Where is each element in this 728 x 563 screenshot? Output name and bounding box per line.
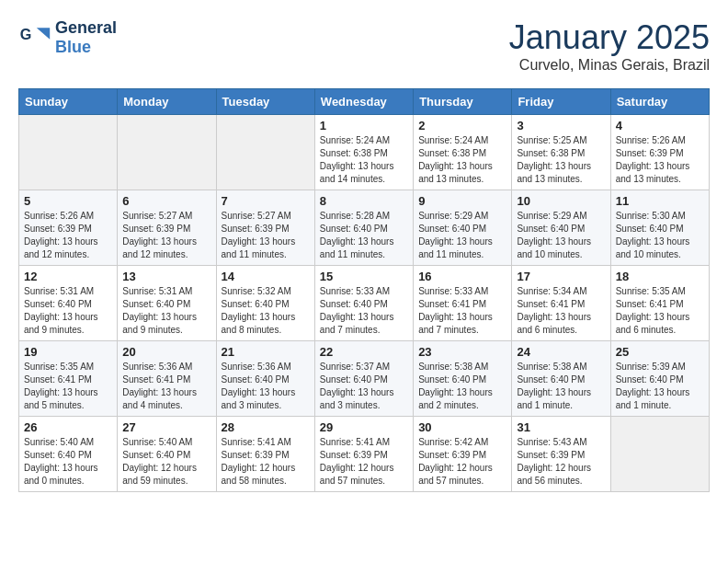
calendar-cell: 26Sunrise: 5:40 AM Sunset: 6:40 PM Dayli…: [19, 417, 118, 492]
day-number: 27: [122, 420, 210, 434]
day-number: 24: [517, 345, 605, 359]
calendar-cell: 8Sunrise: 5:28 AM Sunset: 6:40 PM Daylig…: [314, 190, 413, 266]
calendar-week-row: 26Sunrise: 5:40 AM Sunset: 6:40 PM Dayli…: [19, 417, 710, 492]
day-info: Sunrise: 5:28 AM Sunset: 6:40 PM Dayligh…: [320, 210, 408, 261]
page-header: G General Blue January 2025 Curvelo, Min…: [18, 18, 710, 74]
calendar-body: 1Sunrise: 5:24 AM Sunset: 6:38 PM Daylig…: [19, 115, 710, 492]
day-info: Sunrise: 5:29 AM Sunset: 6:40 PM Dayligh…: [517, 210, 605, 261]
day-number: 23: [418, 345, 506, 359]
calendar-cell: 5Sunrise: 5:26 AM Sunset: 6:39 PM Daylig…: [19, 190, 118, 266]
day-info: Sunrise: 5:42 AM Sunset: 6:39 PM Dayligh…: [418, 436, 506, 488]
day-number: 5: [24, 194, 112, 208]
weekday-header-wednesday: Wednesday: [314, 89, 413, 115]
calendar-week-row: 1Sunrise: 5:24 AM Sunset: 6:38 PM Daylig…: [19, 115, 710, 190]
day-number: 21: [222, 345, 310, 359]
day-info: Sunrise: 5:39 AM Sunset: 6:40 PM Dayligh…: [616, 361, 704, 412]
day-info: Sunrise: 5:36 AM Sunset: 6:41 PM Dayligh…: [122, 361, 210, 412]
calendar-cell: [216, 115, 314, 190]
logo-line2: Blue: [55, 38, 117, 57]
day-number: 20: [122, 345, 210, 359]
calendar-cell: 29Sunrise: 5:41 AM Sunset: 6:39 PM Dayli…: [314, 417, 413, 492]
day-number: 30: [418, 420, 506, 434]
calendar-cell: 11Sunrise: 5:30 AM Sunset: 6:40 PM Dayli…: [610, 190, 709, 266]
calendar-cell: 17Sunrise: 5:34 AM Sunset: 6:41 PM Dayli…: [512, 266, 610, 341]
day-number: 15: [320, 270, 408, 283]
day-number: 29: [320, 420, 408, 434]
calendar-cell: 25Sunrise: 5:39 AM Sunset: 6:40 PM Dayli…: [610, 341, 709, 417]
day-info: Sunrise: 5:35 AM Sunset: 6:41 PM Dayligh…: [616, 285, 704, 337]
day-number: 26: [24, 420, 112, 434]
calendar-week-row: 12Sunrise: 5:31 AM Sunset: 6:40 PM Dayli…: [19, 266, 710, 341]
day-info: Sunrise: 5:29 AM Sunset: 6:40 PM Dayligh…: [418, 210, 506, 261]
day-info: Sunrise: 5:30 AM Sunset: 6:40 PM Dayligh…: [616, 210, 704, 261]
title-block: January 2025 Curvelo, Minas Gerais, Braz…: [509, 18, 710, 74]
day-info: Sunrise: 5:35 AM Sunset: 6:41 PM Dayligh…: [24, 361, 112, 412]
day-number: 25: [616, 345, 704, 359]
calendar-cell: 4Sunrise: 5:26 AM Sunset: 6:39 PM Daylig…: [610, 115, 709, 190]
calendar-cell: 16Sunrise: 5:33 AM Sunset: 6:41 PM Dayli…: [414, 266, 512, 341]
calendar-cell: 21Sunrise: 5:36 AM Sunset: 6:40 PM Dayli…: [216, 341, 314, 417]
day-info: Sunrise: 5:40 AM Sunset: 6:40 PM Dayligh…: [122, 436, 210, 488]
calendar-cell: 3Sunrise: 5:25 AM Sunset: 6:38 PM Daylig…: [512, 115, 610, 190]
day-info: Sunrise: 5:36 AM Sunset: 6:40 PM Dayligh…: [222, 361, 310, 412]
weekday-header-tuesday: Tuesday: [216, 89, 314, 115]
calendar-cell: 24Sunrise: 5:38 AM Sunset: 6:40 PM Dayli…: [512, 341, 610, 417]
calendar-cell: 6Sunrise: 5:27 AM Sunset: 6:39 PM Daylig…: [118, 190, 216, 266]
calendar-cell: [610, 417, 709, 492]
day-info: Sunrise: 5:33 AM Sunset: 6:41 PM Dayligh…: [418, 285, 506, 337]
calendar-cell: 18Sunrise: 5:35 AM Sunset: 6:41 PM Dayli…: [610, 266, 709, 341]
day-number: 2: [418, 119, 506, 132]
calendar-week-row: 19Sunrise: 5:35 AM Sunset: 6:41 PM Dayli…: [19, 341, 710, 417]
calendar-cell: 7Sunrise: 5:27 AM Sunset: 6:39 PM Daylig…: [216, 190, 314, 266]
logo-icon: G: [18, 21, 51, 54]
location: Curvelo, Minas Gerais, Brazil: [509, 57, 710, 74]
day-info: Sunrise: 5:31 AM Sunset: 6:40 PM Dayligh…: [24, 285, 112, 337]
day-info: Sunrise: 5:27 AM Sunset: 6:39 PM Dayligh…: [122, 210, 210, 261]
weekday-header-sunday: Sunday: [19, 89, 118, 115]
weekday-header-thursday: Thursday: [414, 89, 512, 115]
day-number: 14: [222, 270, 310, 283]
logo: G General Blue: [18, 18, 117, 56]
calendar-cell: 27Sunrise: 5:40 AM Sunset: 6:40 PM Dayli…: [118, 417, 216, 492]
day-info: Sunrise: 5:25 AM Sunset: 6:38 PM Dayligh…: [517, 134, 605, 186]
day-info: Sunrise: 5:37 AM Sunset: 6:40 PM Dayligh…: [320, 361, 408, 412]
day-info: Sunrise: 5:38 AM Sunset: 6:40 PM Dayligh…: [517, 361, 605, 412]
calendar-cell: 23Sunrise: 5:38 AM Sunset: 6:40 PM Dayli…: [414, 341, 512, 417]
day-info: Sunrise: 5:41 AM Sunset: 6:39 PM Dayligh…: [222, 436, 310, 488]
calendar-cell: 15Sunrise: 5:33 AM Sunset: 6:40 PM Dayli…: [314, 266, 413, 341]
day-number: 1: [320, 119, 408, 132]
calendar-cell: 2Sunrise: 5:24 AM Sunset: 6:38 PM Daylig…: [414, 115, 512, 190]
day-info: Sunrise: 5:27 AM Sunset: 6:39 PM Dayligh…: [222, 210, 310, 261]
day-number: 12: [24, 270, 112, 283]
day-info: Sunrise: 5:33 AM Sunset: 6:40 PM Dayligh…: [320, 285, 408, 337]
calendar-cell: 14Sunrise: 5:32 AM Sunset: 6:40 PM Dayli…: [216, 266, 314, 341]
day-info: Sunrise: 5:31 AM Sunset: 6:40 PM Dayligh…: [122, 285, 210, 337]
calendar-cell: 1Sunrise: 5:24 AM Sunset: 6:38 PM Daylig…: [314, 115, 413, 190]
weekday-header-monday: Monday: [118, 89, 216, 115]
calendar-cell: 20Sunrise: 5:36 AM Sunset: 6:41 PM Dayli…: [118, 341, 216, 417]
day-number: 31: [517, 420, 605, 434]
day-number: 16: [418, 270, 506, 283]
svg-text:G: G: [20, 25, 32, 41]
day-number: 6: [122, 194, 210, 208]
day-number: 11: [616, 194, 704, 208]
calendar-cell: 31Sunrise: 5:43 AM Sunset: 6:39 PM Dayli…: [512, 417, 610, 492]
day-info: Sunrise: 5:26 AM Sunset: 6:39 PM Dayligh…: [616, 134, 704, 186]
day-number: 13: [122, 270, 210, 283]
weekday-header-friday: Friday: [512, 89, 610, 115]
day-number: 8: [320, 194, 408, 208]
calendar-header-row: SundayMondayTuesdayWednesdayThursdayFrid…: [19, 89, 710, 115]
day-number: 19: [24, 345, 112, 359]
calendar-week-row: 5Sunrise: 5:26 AM Sunset: 6:39 PM Daylig…: [19, 190, 710, 266]
calendar-cell: [118, 115, 216, 190]
calendar-cell: [19, 115, 118, 190]
day-number: 10: [517, 194, 605, 208]
day-info: Sunrise: 5:24 AM Sunset: 6:38 PM Dayligh…: [320, 134, 408, 186]
day-info: Sunrise: 5:24 AM Sunset: 6:38 PM Dayligh…: [418, 134, 506, 186]
day-info: Sunrise: 5:34 AM Sunset: 6:41 PM Dayligh…: [517, 285, 605, 337]
calendar-cell: 12Sunrise: 5:31 AM Sunset: 6:40 PM Dayli…: [19, 266, 118, 341]
svg-marker-1: [37, 28, 50, 40]
calendar-cell: 30Sunrise: 5:42 AM Sunset: 6:39 PM Dayli…: [414, 417, 512, 492]
day-info: Sunrise: 5:38 AM Sunset: 6:40 PM Dayligh…: [418, 361, 506, 412]
day-info: Sunrise: 5:40 AM Sunset: 6:40 PM Dayligh…: [24, 436, 112, 488]
